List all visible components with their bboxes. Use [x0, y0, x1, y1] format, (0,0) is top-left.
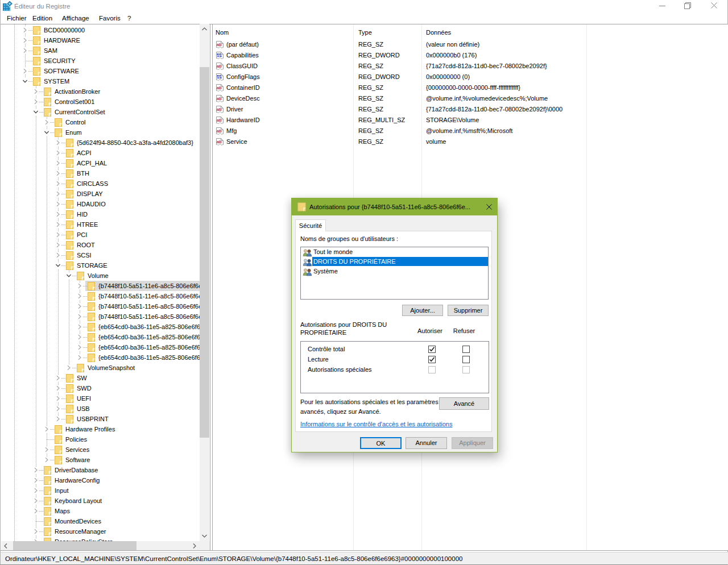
svg-text:ab: ab [217, 128, 222, 134]
svg-text:ab: ab [217, 96, 222, 101]
svg-text:ab: ab [217, 42, 222, 47]
svg-text:ab: ab [217, 85, 222, 90]
svg-text:ab: ab [217, 118, 222, 123]
svg-text:ab: ab [217, 64, 222, 69]
svg-text:ab: ab [217, 139, 222, 144]
svg-text:ab: ab [217, 107, 222, 112]
